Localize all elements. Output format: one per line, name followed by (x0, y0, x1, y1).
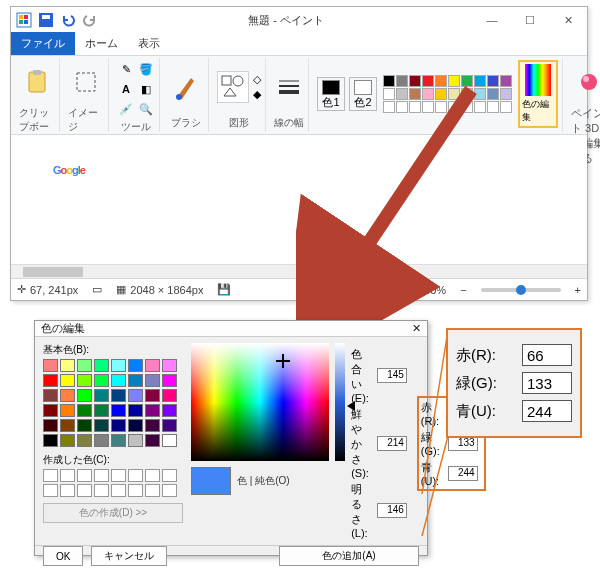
palette-swatch[interactable] (474, 88, 486, 100)
basic-swatch[interactable] (145, 374, 160, 387)
maximize-button[interactable]: ☐ (511, 7, 549, 33)
custom-swatch[interactable] (43, 484, 58, 497)
palette-swatch[interactable] (487, 75, 499, 87)
basic-swatch[interactable] (60, 359, 75, 372)
basic-swatch[interactable] (128, 389, 143, 402)
basic-swatch[interactable] (43, 374, 58, 387)
basic-swatch[interactable] (128, 404, 143, 417)
add-color-button[interactable]: 色の追加(A) (279, 546, 419, 566)
palette-swatch[interactable] (396, 88, 408, 100)
basic-swatch[interactable] (145, 434, 160, 447)
basic-swatch[interactable] (128, 359, 143, 372)
palette-swatch[interactable] (435, 101, 447, 113)
basic-swatch[interactable] (77, 419, 92, 432)
tab-file[interactable]: ファイル (11, 32, 75, 55)
outline-button[interactable]: ◇ (253, 73, 261, 86)
basic-swatch[interactable] (128, 374, 143, 387)
palette-swatch[interactable] (396, 75, 408, 87)
color-spectrum[interactable] (191, 343, 329, 461)
basic-swatch[interactable] (162, 374, 177, 387)
fill-button[interactable]: ◆ (253, 88, 261, 101)
basic-swatch[interactable] (162, 404, 177, 417)
basic-swatch[interactable] (162, 389, 177, 402)
magnifier-icon[interactable]: 🔍 (137, 100, 155, 118)
basic-swatch[interactable] (94, 374, 109, 387)
basic-swatch[interactable] (145, 419, 160, 432)
eyedropper-icon[interactable]: 💉 (117, 100, 135, 118)
basic-swatch[interactable] (94, 419, 109, 432)
blue-input[interactable]: 244 (448, 466, 478, 481)
palette-swatch[interactable] (409, 75, 421, 87)
basic-swatch[interactable] (43, 419, 58, 432)
basic-swatch[interactable] (111, 389, 126, 402)
palette-swatch[interactable] (487, 88, 499, 100)
palette-swatch[interactable] (461, 88, 473, 100)
basic-swatch[interactable] (94, 389, 109, 402)
custom-swatch[interactable] (77, 469, 92, 482)
custom-swatch[interactable] (162, 484, 177, 497)
basic-swatch[interactable] (94, 359, 109, 372)
save-icon[interactable] (37, 11, 55, 29)
basic-swatch[interactable] (128, 434, 143, 447)
color1-button[interactable]: 色1 (317, 77, 345, 111)
basic-swatch[interactable] (43, 389, 58, 402)
basic-swatch[interactable] (77, 389, 92, 402)
basic-swatch[interactable] (128, 419, 143, 432)
basic-swatch[interactable] (94, 434, 109, 447)
hue-input[interactable]: 145 (377, 368, 407, 383)
basic-swatch[interactable] (162, 419, 177, 432)
redo-icon[interactable] (81, 11, 99, 29)
minimize-button[interactable]: — (473, 7, 511, 33)
palette-swatch[interactable] (448, 88, 460, 100)
basic-swatch[interactable] (145, 359, 160, 372)
basic-swatch[interactable] (77, 404, 92, 417)
custom-swatch[interactable] (111, 469, 126, 482)
palette-swatch[interactable] (461, 101, 473, 113)
palette-swatch[interactable] (396, 101, 408, 113)
custom-swatch[interactable] (128, 484, 143, 497)
basic-swatch[interactable] (60, 389, 75, 402)
basic-swatch[interactable] (43, 359, 58, 372)
palette-swatch[interactable] (461, 75, 473, 87)
canvas[interactable]: Google (11, 135, 587, 264)
palette-swatch[interactable] (383, 88, 395, 100)
palette-swatch[interactable] (435, 75, 447, 87)
custom-swatch[interactable] (111, 484, 126, 497)
palette-swatch[interactable] (422, 75, 434, 87)
color2-button[interactable]: 色2 (349, 77, 377, 111)
basic-swatch[interactable] (162, 434, 177, 447)
palette-swatch[interactable] (409, 101, 421, 113)
palette-swatch[interactable] (500, 75, 512, 87)
basic-swatch[interactable] (94, 404, 109, 417)
basic-swatch[interactable] (111, 434, 126, 447)
close-button[interactable]: ✕ (549, 7, 587, 33)
palette-swatch[interactable] (474, 101, 486, 113)
sat-input[interactable]: 214 (377, 436, 407, 451)
basic-swatch[interactable] (145, 389, 160, 402)
palette-swatch[interactable] (422, 88, 434, 100)
pencil-icon[interactable]: ✎ (117, 60, 135, 78)
custom-swatch[interactable] (60, 484, 75, 497)
custom-swatch[interactable] (43, 469, 58, 482)
custom-swatch[interactable] (77, 484, 92, 497)
palette-swatch[interactable] (435, 88, 447, 100)
eraser-icon[interactable]: ◧ (137, 80, 155, 98)
custom-swatch[interactable] (145, 469, 160, 482)
paste-button[interactable] (19, 60, 55, 104)
h-scrollbar[interactable] (11, 264, 587, 278)
palette-swatch[interactable] (383, 101, 395, 113)
zoom-out-button[interactable]: − (460, 284, 466, 296)
basic-swatch[interactable] (77, 434, 92, 447)
basic-swatch[interactable] (43, 434, 58, 447)
custom-swatch[interactable] (128, 469, 143, 482)
zoom-slider[interactable] (481, 288, 561, 292)
basic-swatch[interactable] (60, 374, 75, 387)
basic-swatch[interactable] (111, 419, 126, 432)
basic-swatch[interactable] (43, 404, 58, 417)
custom-swatch[interactable] (94, 484, 109, 497)
custom-swatch[interactable] (60, 469, 75, 482)
palette-swatch[interactable] (500, 88, 512, 100)
basic-swatch[interactable] (145, 404, 160, 417)
basic-swatch[interactable] (111, 404, 126, 417)
basic-swatch[interactable] (111, 359, 126, 372)
